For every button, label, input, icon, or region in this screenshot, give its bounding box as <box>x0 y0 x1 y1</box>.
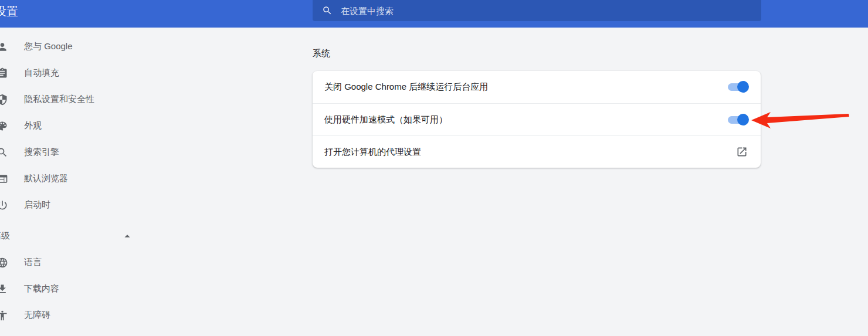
power-icon <box>0 199 8 211</box>
background-apps-label: 关闭 Google Chrome 后继续运行后台应用 <box>324 82 488 93</box>
sidebar-item-default-browser[interactable]: 默认浏览器 <box>0 165 176 192</box>
settings-search-box[interactable] <box>313 0 761 21</box>
sidebar-item-label: 启动时 <box>24 199 50 211</box>
background-apps-row: 关闭 Google Chrome 后继续运行后台应用 <box>313 71 761 103</box>
sidebar-item-label: 语言 <box>24 257 42 268</box>
sidebar-item-you-and-google[interactable]: 您与 Google <box>0 33 176 60</box>
person-icon <box>0 41 8 53</box>
sidebar-item-privacy-security[interactable]: 隐私设置和安全性 <box>0 86 176 113</box>
proxy-settings-label: 打开您计算机的代理设置 <box>324 147 421 158</box>
autofill-icon <box>0 67 8 79</box>
sidebar-item-label: 搜索引擎 <box>24 147 59 158</box>
sidebar-item-advanced[interactable]: 高级 <box>0 223 176 249</box>
open-in-new-icon <box>736 146 748 158</box>
sidebar-item-languages[interactable]: 语言 <box>0 249 176 276</box>
background-apps-toggle[interactable] <box>728 83 748 91</box>
hardware-acceleration-toggle[interactable] <box>728 116 748 124</box>
sidebar-item-downloads[interactable]: 下载内容 <box>0 276 176 302</box>
arrow-up-icon <box>121 230 134 243</box>
proxy-settings-row[interactable]: 打开您计算机的代理设置 <box>313 135 761 168</box>
sidebar-item-appearance[interactable]: 外观 <box>0 113 176 139</box>
sidebar-item-search-engine[interactable]: 搜索引擎 <box>0 139 176 165</box>
sidebar-item-label: 您与 Google <box>24 41 73 52</box>
download-icon <box>0 283 8 295</box>
search-icon <box>322 5 333 16</box>
sidebar-item-label: 隐私设置和安全性 <box>24 94 94 105</box>
toggle-thumb <box>737 114 749 125</box>
accessibility-icon <box>0 310 8 321</box>
security-shield-icon <box>0 94 8 106</box>
page-title: 设置 <box>0 5 18 18</box>
sidebar-item-label: 外观 <box>24 120 42 131</box>
settings-sidebar: 您与 Google 自动填充 隐私设置和安全性 外观 搜索引擎 默认浏览器 <box>0 33 176 328</box>
advanced-label: 高级 <box>0 230 10 242</box>
palette-icon <box>0 120 8 132</box>
sidebar-item-label: 下载内容 <box>24 283 59 294</box>
sidebar-item-label: 自动填充 <box>24 67 59 79</box>
toggle-thumb <box>737 81 749 93</box>
sidebar-item-accessibility[interactable]: 无障碍 <box>0 302 176 328</box>
section-title-system: 系统 <box>313 48 330 59</box>
settings-header: 设置 <box>0 0 868 28</box>
sidebar-item-on-startup[interactable]: 启动时 <box>0 192 176 218</box>
globe-icon <box>0 257 8 269</box>
hardware-acceleration-label: 使用硬件加速模式（如果可用） <box>324 114 447 125</box>
system-settings-card: 关闭 Google Chrome 后继续运行后台应用 使用硬件加速模式（如果可用… <box>313 71 761 168</box>
sidebar-item-label: 无障碍 <box>24 310 50 321</box>
hardware-acceleration-row: 使用硬件加速模式（如果可用） <box>313 103 761 135</box>
sidebar-item-label: 默认浏览器 <box>24 173 68 184</box>
search-icon <box>0 147 8 158</box>
search-input[interactable] <box>341 0 761 21</box>
sidebar-item-autofill[interactable]: 自动填充 <box>0 60 176 86</box>
browser-window-icon <box>0 173 8 185</box>
